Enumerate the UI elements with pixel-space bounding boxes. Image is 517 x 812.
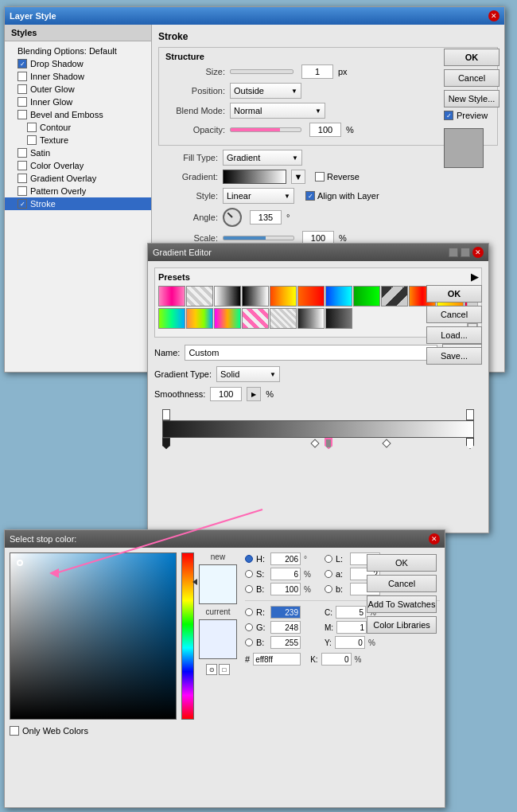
ge-cancel-button[interactable]: Cancel (426, 306, 482, 323)
preset-swatch-13[interactable] (158, 308, 185, 329)
preview-checkbox[interactable] (444, 111, 453, 120)
gradient-dropdown-btn[interactable]: ▼ (291, 170, 305, 184)
fill-type-dropdown[interactable]: Gradient ▼ (223, 150, 302, 166)
opacity-slider[interactable] (230, 127, 301, 132)
ge-name-input[interactable] (185, 345, 437, 361)
midpoint-diamond[interactable] (310, 439, 319, 447)
l-radio[interactable] (325, 555, 332, 563)
bblue-input[interactable] (270, 636, 301, 649)
k-input[interactable] (321, 653, 352, 666)
midpoint-diamond2[interactable] (383, 439, 391, 447)
r-radio[interactable] (245, 608, 253, 616)
gradient-preview[interactable] (223, 170, 286, 184)
reverse-checkbox[interactable] (315, 172, 325, 182)
blending-options-item[interactable]: Blending Options: Default (5, 45, 151, 57)
preset-swatch-4[interactable] (242, 286, 269, 306)
m-input[interactable] (336, 621, 367, 634)
texture-checkbox[interactable] (27, 135, 37, 145)
contour-checkbox[interactable] (27, 123, 37, 132)
sc-close-button[interactable]: ✕ (429, 533, 440, 545)
opacity-input[interactable] (309, 123, 341, 137)
color-stop-right[interactable] (466, 438, 474, 449)
h-input[interactable] (270, 552, 301, 565)
color-stop-selected[interactable] (325, 438, 332, 449)
contour-item[interactable]: Contour (5, 121, 151, 134)
y-input[interactable] (335, 636, 365, 649)
preset-swatch-3[interactable] (214, 286, 241, 306)
h-radio[interactable] (245, 555, 253, 563)
blend-mode-dropdown[interactable]: Normal ▼ (230, 103, 325, 119)
color-overlay-item[interactable]: Color Overlay (5, 159, 151, 172)
ge-ok-button[interactable]: OK (426, 285, 482, 303)
gradient-overlay-checkbox[interactable] (17, 174, 27, 183)
b-lab-radio[interactable] (325, 585, 332, 593)
satin-checkbox[interactable] (17, 148, 27, 158)
g-radio[interactable] (245, 623, 253, 631)
ge-smoothness-stepper[interactable]: ▶ (247, 387, 261, 401)
only-web-checkbox[interactable] (10, 726, 19, 736)
ls-cancel-button[interactable]: Cancel (444, 69, 500, 87)
outer-glow-checkbox[interactable] (17, 84, 27, 94)
scale-slider[interactable] (223, 236, 294, 240)
size-input[interactable] (301, 64, 333, 79)
sc-add-to-swatches-button[interactable]: Add To Swatches (367, 595, 437, 613)
ge-smoothness-input[interactable] (210, 387, 242, 401)
close-button[interactable]: ✕ (488, 10, 500, 21)
presets-arrow[interactable]: ▶ (471, 271, 478, 283)
stroke-checkbox[interactable] (17, 199, 27, 209)
preset-swatch-18[interactable] (297, 308, 325, 329)
s-radio[interactable] (245, 570, 253, 578)
hex-input[interactable] (253, 653, 301, 666)
square-icon[interactable]: □ (219, 664, 230, 675)
preset-swatch-7[interactable] (325, 286, 352, 306)
s-input[interactable] (270, 568, 301, 580)
preset-swatch-17[interactable] (270, 308, 297, 329)
inner-glow-checkbox[interactable] (17, 97, 27, 107)
preset-swatch-2[interactable] (186, 286, 213, 306)
inner-shadow-item[interactable]: Inner Shadow (5, 70, 151, 83)
pattern-overlay-item[interactable]: Pattern Overly (5, 185, 151, 197)
c-input[interactable] (336, 606, 366, 619)
preset-swatch-6[interactable] (297, 286, 325, 306)
b-input[interactable] (270, 583, 301, 595)
sc-cancel-button[interactable]: Cancel (367, 575, 437, 592)
ge-gradient-type-dropdown[interactable]: Solid ▼ (216, 366, 280, 382)
angle-input[interactable] (250, 210, 282, 224)
r-input[interactable] (270, 606, 301, 619)
texture-item[interactable]: Texture (5, 134, 151, 146)
ge-minimize-button[interactable] (449, 248, 458, 257)
bblue-radio[interactable] (245, 638, 253, 646)
stroke-item[interactable]: Stroke (5, 197, 151, 210)
gradient-overlay-item[interactable]: Gradient Overlay (5, 172, 151, 185)
outer-glow-item[interactable]: Outer Glow (5, 83, 151, 96)
angle-dial[interactable] (223, 208, 242, 227)
a-radio[interactable] (325, 570, 332, 578)
preset-swatch-9[interactable] (381, 286, 408, 306)
drop-shadow-checkbox[interactable] (17, 59, 27, 68)
opacity-stop-right[interactable] (466, 409, 474, 420)
g-input[interactable] (270, 621, 301, 634)
ls-ok-button[interactable]: OK (444, 49, 500, 66)
sc-ok-button[interactable]: OK (367, 554, 437, 572)
ge-close-button[interactable]: ✕ (472, 247, 484, 258)
ge-main-bar[interactable] (162, 420, 474, 438)
pattern-overlay-checkbox[interactable] (17, 186, 27, 196)
ls-new-style-button[interactable]: New Style... (444, 90, 500, 107)
preset-swatch-14[interactable] (186, 308, 213, 329)
preset-swatch-1[interactable] (158, 286, 185, 306)
size-slider[interactable] (230, 69, 293, 74)
drop-shadow-item[interactable]: Drop Shadow (5, 57, 151, 70)
color-stop-left[interactable] (162, 438, 170, 449)
preset-swatch-15[interactable] (214, 308, 241, 329)
eyedropper-icon[interactable]: ⊙ (206, 664, 217, 675)
b-radio[interactable] (245, 585, 253, 593)
preset-swatch-16[interactable] (242, 308, 269, 329)
color-picker-area[interactable] (10, 552, 177, 720)
ge-maximize-button[interactable] (461, 248, 470, 257)
preset-swatch-5[interactable] (270, 286, 297, 306)
ge-save-button[interactable]: Save... (426, 347, 482, 365)
ge-load-button[interactable]: Load... (426, 326, 482, 344)
bevel-emboss-item[interactable]: Bevel and Emboss (5, 108, 151, 121)
style-dropdown[interactable]: Linear ▼ (223, 188, 294, 204)
preset-swatch-19[interactable] (325, 308, 352, 329)
